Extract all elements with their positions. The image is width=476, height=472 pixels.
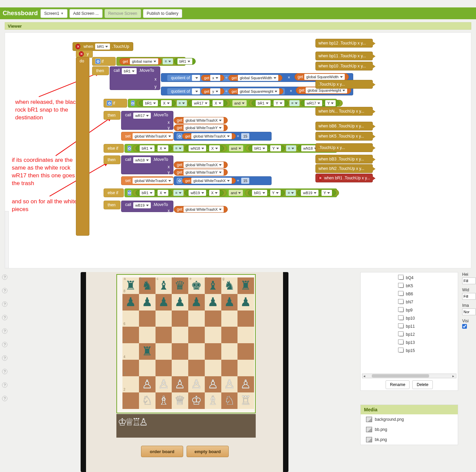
component-item[interactable]: bK5 xyxy=(398,282,457,290)
block-when-header[interactable]: ✕ when bR1 .TouchUp xyxy=(73,42,133,51)
board-square[interactable] xyxy=(156,311,172,327)
scroll-thumb[interactable] xyxy=(372,374,429,378)
collapsed-event-block[interactable]: ✕when bR1 .TouchUp x y... xyxy=(315,174,373,182)
collapsed-event-block[interactable]: when bK5 .TouchUp x y... xyxy=(315,132,373,141)
sprite-dropdown[interactable]: bR1 xyxy=(95,43,110,50)
board-square[interactable] xyxy=(156,327,172,343)
chess-piece[interactable]: ♜ xyxy=(122,277,139,294)
get-wty2[interactable]: getglobal WhiteTrashY xyxy=(174,169,228,176)
chess-piece[interactable]: ♞ xyxy=(139,277,155,294)
chess-piece[interactable]: ♟ xyxy=(122,294,139,310)
call-moveto-bR1[interactable]: call bR1 .MoveTo x y xyxy=(110,66,160,90)
gear-icon[interactable]: ✿ xyxy=(128,190,131,196)
quot-y[interactable]: quotient of gety ÷ getglobal SquareHeigh… xyxy=(167,88,285,95)
chess-piece[interactable]: ♟ xyxy=(221,294,237,310)
blocks-canvas[interactable]: when released, the black rock bR1 snap t… xyxy=(5,32,471,268)
collapsed-event-block[interactable]: .TouchUp x y... xyxy=(315,143,373,152)
component-item[interactable]: bp13 xyxy=(398,338,457,347)
gear-icon[interactable]: ✿ xyxy=(95,59,101,64)
board-square[interactable] xyxy=(172,311,188,327)
help-icon[interactable]: ? xyxy=(2,382,7,388)
close-icon[interactable]: ✕ xyxy=(79,51,84,57)
remove-screen-button[interactable]: Remove Screen xyxy=(105,9,141,18)
chessboard[interactable]: 87654321abcdefg♜♞♝♛♚♝♞♜♟♟♟♟♟♟♟♟♜♙♙♙♙♙♙♙♘… xyxy=(116,274,256,413)
help-icon[interactable]: ? xyxy=(2,301,7,307)
board-square[interactable] xyxy=(205,327,221,343)
chess-piece[interactable]: ♟ xyxy=(139,294,155,310)
board-square[interactable] xyxy=(188,343,205,360)
close-icon[interactable]: ✕ xyxy=(318,175,322,181)
plus15-2[interactable]: ✿ getglobal WhiteTrashX + 15 xyxy=(174,176,272,185)
board-square[interactable] xyxy=(188,360,205,376)
collapsed-event-block[interactable]: .TouchUp x y... xyxy=(315,80,373,89)
call-moveto-wR17[interactable]: call wR17 .MoveTo x y xyxy=(121,111,173,130)
board-square[interactable] xyxy=(205,360,221,376)
board-square[interactable] xyxy=(221,327,238,343)
gear-icon[interactable]: ✿ xyxy=(177,178,182,183)
chess-piece[interactable]: ♕ xyxy=(172,392,188,409)
collapsed-event-block[interactable]: when bp12 .TouchUp x y... xyxy=(315,39,373,48)
chess-piece[interactable]: ♗ xyxy=(205,392,221,409)
chess-piece[interactable]: ♗ xyxy=(156,392,172,409)
help-icon[interactable]: ? xyxy=(2,315,7,320)
empty-board-button[interactable]: empty board xyxy=(187,446,229,457)
collapsed-event-block[interactable]: when bN... TouchUp x y... xyxy=(315,107,373,116)
chess-piece[interactable]: ♟ xyxy=(172,294,188,310)
prop-height-input[interactable] xyxy=(462,277,476,284)
board-square[interactable] xyxy=(139,327,156,343)
chess-piece[interactable]: ♟ xyxy=(237,294,254,310)
media-item[interactable]: bk.png xyxy=(361,435,458,445)
collapsed-event-block[interactable]: when bp11 .TouchUp x y... xyxy=(315,52,373,60)
components-tree[interactable]: bQ4bK5bB6bN7bp9bp10bp11bp12bp13bp15 xyxy=(398,274,457,375)
scroll-left-icon[interactable]: ◂ xyxy=(362,374,366,378)
component-item[interactable]: bN7 xyxy=(398,298,457,306)
component-item[interactable]: bp11 xyxy=(398,322,457,330)
rename-button[interactable]: Rename xyxy=(386,380,410,389)
call-moveto-wB19[interactable]: call wB19 .MoveTo x xyxy=(121,201,173,212)
chess-piece[interactable]: ♞ xyxy=(221,277,237,294)
chess-piece[interactable]: ♙ xyxy=(205,376,221,392)
chess-piece[interactable]: ♟ xyxy=(205,294,221,310)
elseif-cond-1[interactable]: ✿ bR1.X = wN18.X and bR1.Y = wN18.Y xyxy=(124,144,337,153)
collapsed-event-block[interactable]: when bB6 .TouchUp x y... xyxy=(315,122,373,130)
gear-icon[interactable]: ✿ xyxy=(107,100,112,106)
delete-button[interactable]: Delete xyxy=(412,380,433,389)
board-square[interactable] xyxy=(237,343,254,360)
if2-cond[interactable]: ✿ bR1.X = wR17.X and bR1.Y = wR17.Y xyxy=(128,99,337,108)
help-icon[interactable]: ? xyxy=(2,369,7,374)
close-icon[interactable]: ✕ xyxy=(76,44,80,49)
collapsed-event-block[interactable]: when bB3 .TouchUp x y... xyxy=(315,155,373,164)
plus15-1[interactable]: ✿ getglobal WhiteTrashX + 15 xyxy=(174,132,272,141)
collapsed-event-block[interactable]: when bp10 .TouchUp x y... xyxy=(315,62,373,70)
elseif-cond-2[interactable]: ✿ bR1.X = wB19.X and bR1.Y = wB19.Y xyxy=(124,188,337,197)
board-square[interactable] xyxy=(188,311,205,327)
get-sqw[interactable]: getglobal SquareWidth xyxy=(295,73,349,81)
board-square[interactable] xyxy=(221,343,238,360)
screen-dropdown[interactable]: Screen1 ▼ xyxy=(40,9,67,18)
add-screen-button[interactable]: Add Screen ... xyxy=(69,9,103,18)
get-wtx[interactable]: getglobal WhiteTrashX xyxy=(174,117,228,124)
chess-piece[interactable]: ♟ xyxy=(156,294,172,310)
block-xy-params[interactable]: ✕ y xyxy=(76,50,93,58)
chess-piece[interactable]: ♙ xyxy=(188,376,204,392)
components-hscroll[interactable]: ◂ ▸ xyxy=(362,374,456,378)
board-square[interactable] xyxy=(139,360,156,376)
set-wtx-1[interactable]: set global WhiteTrashX to xyxy=(121,132,173,141)
component-item[interactable]: bp15 xyxy=(398,347,457,355)
board-square[interactable] xyxy=(237,327,254,343)
board-square[interactable] xyxy=(221,311,238,327)
gear-icon[interactable]: ✿ xyxy=(128,146,131,151)
gear-icon[interactable]: ✿ xyxy=(177,134,182,139)
publish-button[interactable]: Publish to Gallery xyxy=(143,9,182,18)
component-item[interactable]: bp10 xyxy=(398,314,457,322)
board-square[interactable] xyxy=(156,360,172,376)
chess-piece[interactable]: ♘ xyxy=(139,392,155,409)
chess-piece[interactable]: ♙ xyxy=(156,376,172,392)
board-square[interactable] xyxy=(237,311,254,327)
get-wty[interactable]: getglobal WhiteTrashY xyxy=(174,124,228,131)
board-square[interactable] xyxy=(205,311,221,327)
component-item[interactable]: bB6 xyxy=(398,290,457,298)
if2[interactable]: ✿if xyxy=(104,99,127,108)
call-moveto-wN18[interactable]: call wN18 .MoveTo x y xyxy=(121,155,173,174)
board-square[interactable] xyxy=(188,327,205,343)
